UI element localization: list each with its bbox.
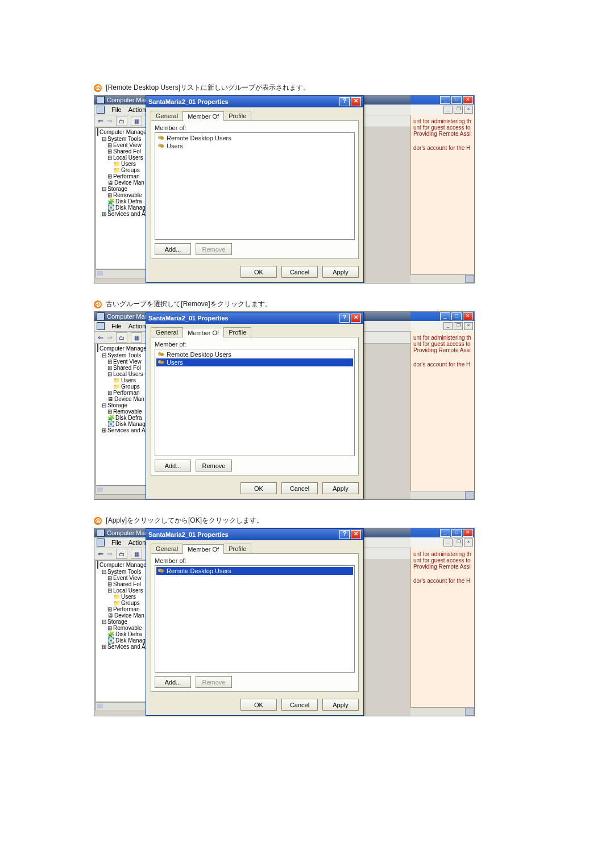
memberof-listbox[interactable]: Remote Desktop Users	[155, 565, 355, 673]
cancel-button[interactable]: Cancel	[281, 699, 318, 711]
tree-scrollbar[interactable]	[96, 702, 147, 711]
tree-expand-icon[interactable]: ⊞	[107, 358, 112, 365]
apply-button[interactable]: Apply	[322, 266, 359, 278]
add-button[interactable]: Add...	[155, 460, 191, 471]
tree-users[interactable]: Users	[121, 161, 136, 167]
help-icon[interactable]: ?	[339, 97, 350, 106]
refresh-icon[interactable]: ▦	[131, 116, 142, 126]
scroll-grip-icon[interactable]	[465, 491, 474, 499]
tree-expand-icon[interactable]: ⊞	[102, 644, 106, 650]
tree-root[interactable]: Computer Manage	[99, 562, 147, 568]
ok-button[interactable]: OK	[240, 266, 277, 278]
list-item-selected[interactable]: Remote Desktop Users	[156, 567, 353, 575]
tree-expand-icon[interactable]: ⊞	[107, 408, 112, 415]
tree-root[interactable]: Computer Manage	[99, 345, 147, 352]
tree-expand-icon[interactable]: ⊞	[107, 575, 112, 581]
up-icon[interactable]: 🗀	[116, 116, 127, 126]
tab-general[interactable]: General	[151, 327, 183, 337]
minimize-icon[interactable]: _	[440, 312, 450, 320]
cancel-button[interactable]: Cancel	[281, 266, 318, 278]
forward-icon[interactable]: ⇒	[107, 333, 113, 341]
tree-expand-icon[interactable]: ⊞	[107, 390, 112, 396]
close-icon[interactable]: ✕	[351, 97, 361, 106]
menu-action[interactable]: Action	[128, 323, 146, 329]
close-icon[interactable]: ✕	[351, 530, 361, 539]
add-button[interactable]: Add...	[155, 676, 191, 688]
menu-action[interactable]: Action	[128, 539, 146, 546]
ok-button[interactable]: OK	[240, 482, 277, 494]
cancel-button[interactable]: Cancel	[281, 482, 318, 494]
close-icon[interactable]: ✕	[463, 96, 473, 104]
minimize-icon[interactable]: _	[440, 529, 450, 537]
list-item[interactable]: Remote Desktop Users	[156, 134, 353, 142]
max2-icon[interactable]: ❐	[454, 322, 463, 330]
tree-expand-icon[interactable]: ⊟	[107, 371, 112, 377]
close-icon[interactable]: ✕	[463, 312, 473, 320]
tree-storage[interactable]: Storage	[107, 186, 127, 192]
refresh-icon[interactable]: ▦	[131, 332, 142, 343]
maximize-icon[interactable]: □	[451, 96, 462, 104]
back-icon[interactable]: ⇐	[98, 117, 103, 125]
list-item[interactable]: Users	[156, 142, 353, 150]
menu-file[interactable]: File	[111, 539, 122, 546]
tree-defrag[interactable]: Disk Defra	[115, 198, 142, 205]
tab-profile[interactable]: Profile	[223, 544, 251, 553]
tree-scrollbar[interactable]	[96, 486, 147, 495]
up-icon[interactable]: 🗀	[116, 549, 127, 559]
close2-icon[interactable]: ×	[464, 322, 473, 330]
max2-icon[interactable]: ❐	[454, 106, 463, 114]
up-icon[interactable]: 🗀	[116, 332, 127, 343]
tree-expand-icon[interactable]: ⊞	[102, 211, 106, 217]
scroll-grip-icon[interactable]	[465, 708, 474, 716]
tree-expand-icon[interactable]: ⊟	[102, 402, 106, 408]
tree-services[interactable]: Services and A	[107, 211, 146, 217]
tree-expand-icon[interactable]: ⊞	[107, 173, 112, 180]
menu-file[interactable]: File	[111, 106, 122, 113]
tree-eventview[interactable]: Event View	[113, 142, 142, 148]
maximize-icon[interactable]: □	[451, 529, 462, 537]
forward-icon[interactable]: ⇒	[107, 117, 113, 125]
add-button[interactable]: Add...	[155, 243, 191, 255]
ok-button[interactable]: OK	[240, 699, 277, 711]
tree-expand-icon[interactable]: ⊞	[107, 625, 112, 631]
memberof-listbox[interactable]: Remote Desktop Users Users	[155, 132, 355, 240]
scroll-grip-icon[interactable]	[465, 275, 474, 283]
tree-expand-icon[interactable]: ⊞	[107, 581, 112, 587]
forward-icon[interactable]: ⇒	[107, 550, 113, 558]
tree-expand-icon[interactable]: ⊟	[107, 587, 112, 594]
close-icon[interactable]: ✕	[463, 529, 473, 537]
tree-expand-icon[interactable]: ⊟	[102, 352, 106, 358]
tree-localusers[interactable]: Local Users	[113, 155, 143, 161]
menu-file[interactable]: File	[111, 323, 122, 329]
tab-profile[interactable]: Profile	[223, 111, 251, 120]
tree-sharedfol[interactable]: Shared Fol	[113, 148, 141, 155]
tree-expand-icon[interactable]: ⊟	[102, 136, 106, 142]
list-item-selected[interactable]: Users	[156, 358, 353, 366]
tab-memberof[interactable]: Member Of	[182, 111, 224, 121]
tab-profile[interactable]: Profile	[223, 327, 251, 337]
tree-expand-icon[interactable]: ⊟	[102, 619, 106, 625]
apply-button[interactable]: Apply	[322, 482, 359, 494]
tree-expand-icon[interactable]: ⊟	[102, 569, 106, 575]
tree-expand-icon[interactable]: ⊞	[107, 192, 112, 198]
back-icon[interactable]: ⇐	[98, 333, 103, 341]
tree-root[interactable]: Computer Manage	[99, 129, 147, 135]
max2-icon[interactable]: ❐	[454, 539, 463, 546]
maximize-icon[interactable]: □	[451, 312, 462, 320]
close-icon[interactable]: ✕	[351, 314, 361, 323]
minimize-icon[interactable]: _	[440, 96, 450, 104]
tree-systools[interactable]: System Tools	[107, 136, 141, 142]
tree-expand-icon[interactable]: ⊞	[107, 365, 112, 371]
tree-expand-icon[interactable]: ⊟	[102, 186, 106, 192]
close2-icon[interactable]: ×	[464, 539, 473, 546]
refresh-icon[interactable]: ▦	[131, 549, 142, 559]
tree-removable[interactable]: Removable	[113, 192, 142, 198]
help-icon[interactable]: ?	[339, 314, 350, 323]
tree-expand-icon[interactable]: ⊞	[102, 427, 106, 433]
memberof-listbox[interactable]: Remote Desktop Users Users	[155, 349, 355, 456]
tab-general[interactable]: General	[151, 544, 183, 553]
bg-scrollbar[interactable]	[410, 274, 474, 283]
restore-icon[interactable]: _	[443, 106, 453, 114]
apply-button[interactable]: Apply	[322, 699, 359, 711]
close2-icon[interactable]: ×	[464, 106, 473, 114]
